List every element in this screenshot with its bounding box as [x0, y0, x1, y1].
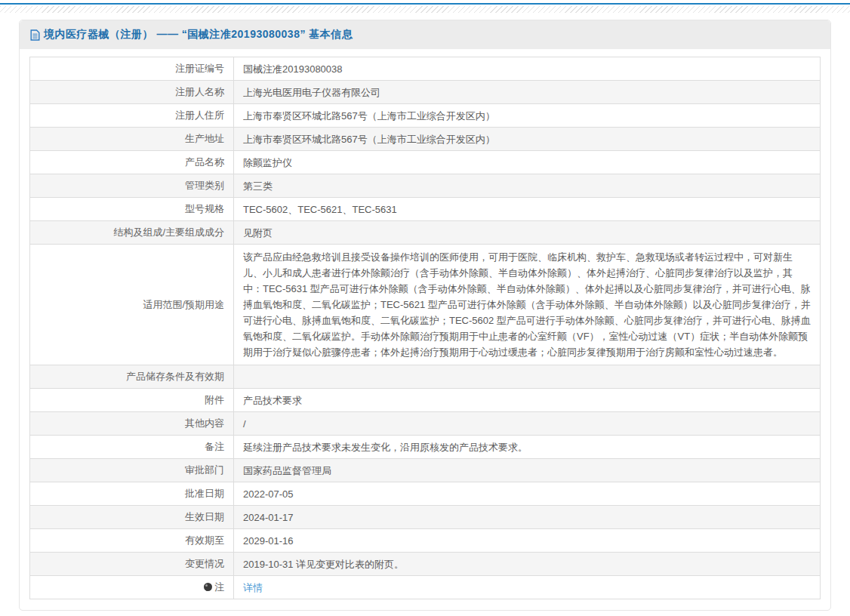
- row-value: /: [234, 412, 821, 436]
- row-label: 附件: [30, 389, 234, 412]
- hatch-strip: [0, 6, 850, 13]
- table-row: 审批部门国家药品监督管理局: [30, 459, 821, 482]
- row-value: 延续注册产品技术要求未发生变化，沿用原核发的产品技术要求。: [234, 436, 821, 459]
- table-row: 注详情: [30, 576, 821, 599]
- table-row: 生效日期2024-01-17: [30, 506, 821, 529]
- table-row: 管理类别第三类: [30, 174, 821, 198]
- row-label: 变更情况: [30, 553, 234, 576]
- detail-link[interactable]: 详情: [243, 582, 263, 593]
- card-header: 境内医疗器械（注册） —— “国械注准20193080038” 基本信息: [20, 20, 830, 49]
- row-label: 产品名称: [30, 151, 234, 174]
- table-row: 结构及组成/主要组成成分见附页: [30, 221, 821, 245]
- row-label: 有效期至: [30, 529, 234, 553]
- table-row: 其他内容/: [30, 412, 821, 436]
- row-label: 型号规格: [30, 198, 234, 221]
- row-label: 备注: [30, 436, 234, 459]
- row-value: 2019-10-31 详见变更对比表的附页。: [234, 553, 821, 576]
- table-row: 附件产品技术要求: [30, 389, 821, 412]
- table-row: 注册证编号国械注准20193080038: [30, 57, 821, 81]
- row-value: 2029-01-16: [234, 529, 821, 553]
- row-label: 注: [30, 576, 234, 599]
- table-row: 产品名称除颤监护仪: [30, 151, 821, 174]
- card-body: 注册证编号国械注准20193080038注册人名称上海光电医用电子仪器有限公司注…: [20, 49, 830, 610]
- row-label: 适用范围/预期用途: [30, 245, 234, 365]
- row-label: 管理类别: [30, 174, 234, 198]
- row-value: 2022-07-05: [234, 482, 821, 506]
- row-label: 注册证编号: [30, 57, 234, 81]
- table-row: 生产地址上海市奉贤区环城北路567号（上海市工业综合开发区内）: [30, 128, 821, 151]
- table-row: 注册人名称上海光电医用电子仪器有限公司: [30, 81, 821, 104]
- row-value: 产品技术要求: [234, 389, 821, 412]
- row-label: 结构及组成/主要组成成分: [30, 221, 234, 245]
- table-row: 批准日期2022-07-05: [30, 482, 821, 506]
- page-top-accent-line: [0, 3, 850, 5]
- table-row: 产品储存条件及有效期: [30, 365, 821, 389]
- row-value: 第三类: [234, 174, 821, 198]
- row-value: 2024-01-17: [234, 506, 821, 529]
- row-label: 其他内容: [30, 412, 234, 436]
- table-row: 备注延续注册产品技术要求未发生变化，沿用原核发的产品技术要求。: [30, 436, 821, 459]
- row-value: 上海市奉贤区环城北路567号（上海市工业综合开发区内）: [234, 128, 821, 151]
- row-label: 生产地址: [30, 128, 234, 151]
- row-value: 上海市奉贤区环城北路567号（上海市工业综合开发区内）: [234, 104, 821, 128]
- row-value: 详情: [234, 576, 821, 599]
- page-title: 境内医疗器械（注册） —— “国械注准20193080038” 基本信息: [44, 28, 353, 42]
- row-value: 国械注准20193080038: [234, 57, 821, 81]
- table-row: 适用范围/预期用途该产品应由经急救培训且接受设备操作培训的医师使用，可用于医院、…: [30, 245, 821, 365]
- row-label: 产品储存条件及有效期: [30, 365, 234, 389]
- row-value: [234, 365, 821, 389]
- row-label: 审批部门: [30, 459, 234, 482]
- row-value: TEC-5602、TEC-5621、TEC-5631: [234, 198, 821, 221]
- registration-table: 注册证编号国械注准20193080038注册人名称上海光电医用电子仪器有限公司注…: [29, 57, 821, 599]
- row-value: 见附页: [234, 221, 821, 245]
- row-label: 生效日期: [30, 506, 234, 529]
- table-row: 型号规格TEC-5602、TEC-5621、TEC-5631: [30, 198, 821, 221]
- table-row: 注册人住所上海市奉贤区环城北路567号（上海市工业综合开发区内）: [30, 104, 821, 128]
- row-value: 上海光电医用电子仪器有限公司: [234, 81, 821, 104]
- row-value: 除颤监护仪: [234, 151, 821, 174]
- row-label: 批准日期: [30, 482, 234, 506]
- row-label: 注册人名称: [30, 81, 234, 104]
- row-value: 该产品应由经急救培训且接受设备操作培训的医师使用，可用于医院、临床机构、救护车、…: [234, 245, 821, 365]
- row-label: 注册人住所: [30, 104, 234, 128]
- table-row: 有效期至2029-01-16: [30, 529, 821, 553]
- note-balloon-icon: [204, 583, 212, 591]
- row-value: 国家药品监督管理局: [234, 459, 821, 482]
- registration-table-body: 注册证编号国械注准20193080038注册人名称上海光电医用电子仪器有限公司注…: [30, 57, 821, 599]
- table-row: 变更情况2019-10-31 详见变更对比表的附页。: [30, 553, 821, 576]
- document-icon: [30, 29, 40, 41]
- info-card: 境内医疗器械（注册） —— “国械注准20193080038” 基本信息 注册证…: [19, 20, 831, 611]
